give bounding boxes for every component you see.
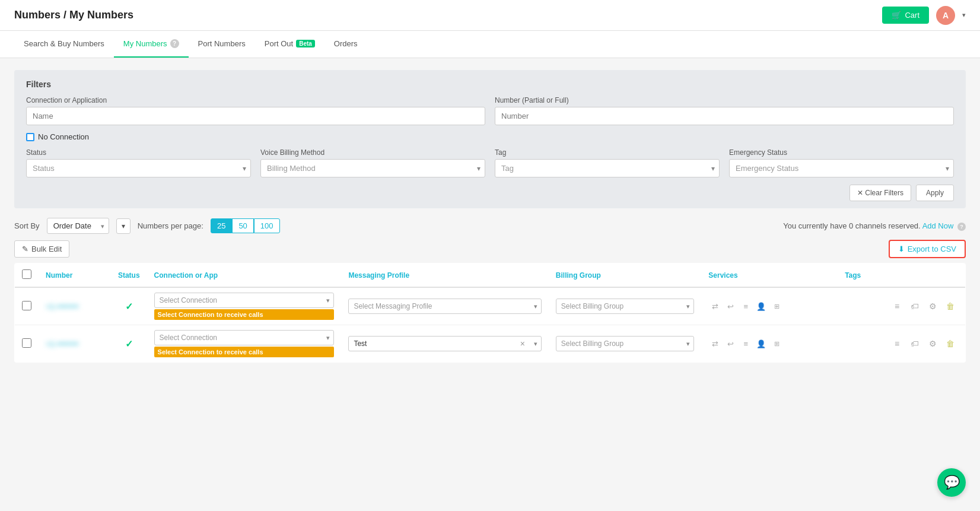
row2-svc-grid-icon[interactable]: ⊞ [770,337,783,350]
row1-delete-button[interactable]: 🗑 [943,299,958,314]
filters-title: Filters [26,80,954,89]
th-checkbox-col [15,264,39,288]
sort-select-wrapper: Order Date [47,218,109,234]
row1-services-cell: ⇄ ↩ ≡ 👤 ⊞ [701,287,838,325]
number-filter-input[interactable] [495,107,954,125]
row2-svc-fax-icon[interactable]: ≡ [739,337,752,350]
apply-filters-button[interactable]: Apply [916,185,954,201]
row1-connection-cell: Select Connection Select Connection to r… [147,287,342,325]
row1-svc-user-icon[interactable]: 👤 [755,300,768,313]
status-select-wrapper: Status [26,159,251,177]
row1-svc-call-icon[interactable]: ↩ [724,300,737,313]
tag-select-wrapper: Tag [495,159,720,177]
per-page-buttons: 25 50 100 [211,218,280,233]
row2-settings-button[interactable]: ⚙ [925,336,940,351]
row1-tag-button[interactable]: 🏷 [907,299,922,314]
row2-billing-select[interactable]: Select Billing Group [556,336,694,351]
row1-status-cell: ✓ [111,287,147,325]
tab-my-numbers[interactable]: My Numbers ? [114,31,189,58]
per-page-25-button[interactable]: 25 [211,218,232,233]
channels-reserved-text: You currently have 0 channels reserved. [783,221,921,230]
billing-method-select[interactable]: Billing Method [260,159,485,177]
row1-checkbox[interactable] [22,301,31,310]
connection-filter-input[interactable] [26,107,485,125]
row1-connection-select[interactable]: Select Connection [154,293,335,308]
row1-svc-fax-icon[interactable]: ≡ [739,300,752,313]
row1-services-icons: ⇄ ↩ ≡ 👤 ⊞ [708,300,831,313]
tab-search-buy[interactable]: Search & Buy Numbers [14,31,114,58]
row2-messaging-wrap: × ▾ [348,336,541,351]
row2-services-icons: ⇄ ↩ ≡ 👤 ⊞ [708,337,831,350]
row1-billing-cell: Select Billing Group [549,287,701,325]
table-row: +1-•••••••• ✓ Select Connection Select C… [15,287,966,325]
per-page-50-button[interactable]: 50 [232,218,253,233]
row2-lines-button[interactable]: ≡ [889,336,905,351]
sort-by-label: Sort By [14,221,40,230]
emergency-filter-select[interactable]: Emergency Status [729,159,954,177]
tab-port-numbers[interactable]: Port Numbers [189,31,255,58]
sort-select[interactable]: Order Date [47,218,109,234]
row2-status-icon: ✓ [125,339,133,349]
status-filter-select[interactable]: Status [26,159,251,177]
tag-filter-select[interactable]: Tag [495,159,720,177]
row2-delete-button[interactable]: 🗑 [943,336,958,351]
row2-status-cell: ✓ [111,325,147,363]
filter-group-connection: Connection or Application [26,96,485,125]
row1-number-cell: +1-•••••••• [39,287,111,325]
row1-svc-forward-icon[interactable]: ⇄ [708,300,721,313]
tab-port-out[interactable]: Port Out Beta [255,31,324,58]
tag-filter-label: Tag [495,148,720,157]
export-csv-button[interactable]: ⬇ Export to CSV [889,240,966,258]
bulk-edit-icon: ✎ [22,245,28,253]
emergency-filter-label: Emergency Status [729,148,954,157]
row2-svc-call-icon[interactable]: ↩ [724,337,737,350]
row1-messaging-cell: Select Messaging Profile [341,287,548,325]
avatar[interactable]: A [936,6,955,25]
row1-svc-grid-icon[interactable]: ⊞ [770,300,783,313]
select-all-checkbox[interactable] [22,269,31,279]
per-page-100-button[interactable]: 100 [254,218,280,233]
emergency-select-wrapper: Emergency Status [729,159,954,177]
row2-messaging-clear-button[interactable]: × [520,339,525,348]
add-now-link[interactable]: Add Now [922,221,954,230]
row2-connection-warning: Select Connection to receive calls [154,347,335,357]
my-numbers-help-icon[interactable]: ? [170,39,179,48]
row2-tag-button[interactable]: 🏷 [907,336,922,351]
row2-svc-user-icon[interactable]: 👤 [755,337,768,350]
row2-connection-select[interactable]: Select Connection [154,330,335,345]
page-title: Numbers / My Numbers [14,9,133,21]
row2-messaging-input[interactable] [348,336,541,351]
filter-group-status: Status Status [26,148,251,177]
bulk-edit-button[interactable]: ✎ Bulk Edit [14,240,69,258]
status-filter-label: Status [26,148,251,157]
row2-checkbox[interactable] [22,338,31,348]
row2-billing-cell: Select Billing Group [549,325,701,363]
row2-messaging-cell: × ▾ [341,325,548,363]
row1-messaging-select[interactable]: Select Messaging Profile [348,299,541,314]
filter-group-emergency: Emergency Status Emergency Status [729,148,954,177]
row2-connection-wrapper: Select Connection Select Connection to r… [154,330,335,357]
clear-filters-button[interactable]: ✕ Clear Filters [849,185,911,201]
tab-orders[interactable]: Orders [324,31,367,58]
row1-tags-cell: ≡ 🏷 ⚙ 🗑 [838,287,965,325]
connection-filter-label: Connection or Application [26,96,485,104]
row1-settings-button[interactable]: ⚙ [925,299,940,314]
row1-check-cell [15,287,39,325]
row1-billing-select[interactable]: Select Billing Group [556,299,694,314]
row1-connection-select-wrap: Select Connection [154,293,335,308]
row1-number: +1-•••••••• [46,302,79,311]
cart-button[interactable]: 🛒 Cart [882,7,929,24]
table-header: Number Status Connection or App Messagin… [15,264,966,288]
row2-messaging-dropdown-button[interactable]: ▾ [534,340,537,348]
sort-direction-button[interactable]: ▾ [116,218,131,234]
row1-billing-wrap: Select Billing Group [556,299,694,314]
filters-bottom: ✕ Clear Filters Apply [26,185,954,201]
row2-svc-forward-icon[interactable]: ⇄ [708,337,721,350]
toolbar-row: Sort By Order Date ▾ Numbers per page: 2… [14,218,966,234]
numbers-table: Number Status Connection or App Messagin… [14,263,966,363]
table-body: +1-•••••••• ✓ Select Connection Select C… [15,287,966,363]
avatar-caret-icon[interactable]: ▾ [962,11,966,19]
main-content: Filters Connection or Application Number… [0,58,980,374]
row1-lines-button[interactable]: ≡ [889,299,905,314]
no-connection-checkbox[interactable] [26,133,34,141]
